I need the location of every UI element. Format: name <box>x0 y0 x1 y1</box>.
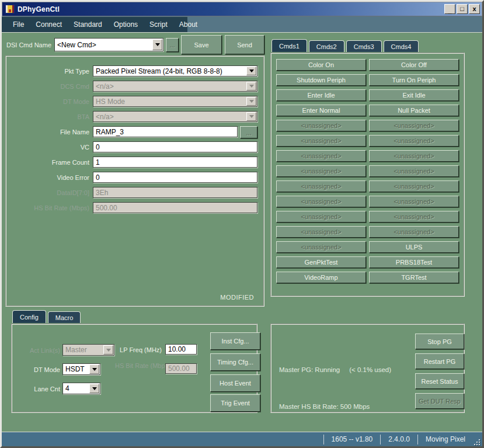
dsi-command-form: Pkt Type Packed Pixel Stream (24-bit, RG… <box>5 55 264 307</box>
cmd-button-unassigned[interactable]: <unassigned> <box>369 180 459 192</box>
video-error-label: Video Error <box>6 174 89 181</box>
tab-config[interactable]: Config <box>12 310 46 323</box>
file-name-label: File Name <box>6 129 89 136</box>
frame-count-input[interactable]: 1 <box>93 157 257 168</box>
cmd-button-unassigned[interactable]: <unassigned> <box>276 120 366 131</box>
cmd-button[interactable]: Null Packet <box>369 105 459 116</box>
file-name-input[interactable]: RAMP_3 <box>93 126 238 137</box>
resize-grip[interactable] <box>473 438 481 446</box>
dsi-cmd-name-combo[interactable]: <New Cmd> <box>54 38 163 51</box>
menu-options[interactable]: Options <box>108 18 144 32</box>
menu-script[interactable]: Script <box>144 18 173 32</box>
menu-strip: File Connect Standard Options Script Abo… <box>2 17 187 32</box>
titlebar: DPhyGenCtl _ □ x <box>2 2 482 16</box>
tab-cmds2[interactable]: Cmds2 <box>309 40 344 52</box>
dropdown-arrow-icon <box>246 82 256 91</box>
cfg-hs-bit-rate-input: 500.00 <box>165 363 197 374</box>
dropdown-arrow-icon[interactable] <box>89 384 99 393</box>
dropdown-arrow-icon <box>246 97 256 106</box>
timing-cfg-button[interactable]: Timing Cfg... <box>210 353 260 371</box>
cmd-button-unassigned[interactable]: <unassigned> <box>276 196 366 207</box>
statusbar: 1605 -- v1.80 2.4.0.0 Moving Pixel <box>2 432 482 446</box>
cmd-button-unassigned[interactable]: <unassigned> <box>276 165 366 177</box>
statusbar-vendor: Moving Pixel <box>418 435 473 443</box>
save-button[interactable]: Save <box>181 35 222 54</box>
bta-combo: <n/a> <box>93 111 257 122</box>
cmd-button[interactable]: Color Off <box>369 59 459 71</box>
inst-cfg-button[interactable]: Inst Cfg... <box>210 332 260 350</box>
dropdown-arrow-icon[interactable] <box>152 39 162 50</box>
cmd-button[interactable]: Enter Idle <box>276 89 366 101</box>
act-links-label: Act Link(s) <box>12 347 60 354</box>
pkt-type-combo[interactable]: Packed Pixel Stream (24-bit, RGB 8-8-8) <box>93 65 257 77</box>
cmd-button-unassigned[interactable]: <unassigned> <box>369 120 459 131</box>
menu-file[interactable]: File <box>7 18 30 32</box>
reset-status-button[interactable]: Reset Status <box>415 373 464 389</box>
pkt-type-label: Pkt Type <box>6 68 89 75</box>
vc-input[interactable]: 0 <box>93 141 257 152</box>
frame-count-label: Frame Count <box>6 159 89 166</box>
dropdown-arrow-icon[interactable] <box>89 364 99 374</box>
cmd-button-unassigned[interactable]: <unassigned> <box>369 135 459 147</box>
send-button[interactable]: Send <box>225 35 264 54</box>
cmd-button[interactable]: GenPktTest <box>276 256 366 268</box>
cmd-button-unassigned[interactable]: <unassigned> <box>276 150 366 162</box>
cmds-page: Color On Color Off Shutdown Periph Turn … <box>270 53 465 297</box>
vc-label: VC <box>6 144 89 151</box>
cmd-button-unassigned[interactable]: <unassigned> <box>369 196 459 207</box>
close-button[interactable]: x <box>469 4 480 14</box>
lp-freq-input[interactable]: 10.00 <box>165 344 197 355</box>
file-browse-button: ... <box>240 126 257 138</box>
dropdown-arrow-icon[interactable] <box>246 67 256 75</box>
menu-about[interactable]: About <box>173 18 203 32</box>
cmd-button-unassigned[interactable]: <unassigned> <box>369 226 459 238</box>
cmd-button[interactable]: ULPS <box>369 241 459 253</box>
dcs-cmd-label: DCS Cmd <box>6 83 89 90</box>
dsi-cmd-name-label: DSI Cmd Name <box>6 41 51 48</box>
lane-cnt-label: Lane Cnt <box>12 386 60 393</box>
config-page: Act Link(s) Master DT Mode HSDT Lane Cnt… <box>11 324 257 413</box>
maximize-button[interactable]: □ <box>457 4 468 14</box>
cmds-button-grid: Color On Color Off Shutdown Periph Turn … <box>271 54 464 296</box>
video-error-input[interactable]: 0 <box>93 172 257 183</box>
cmd-button[interactable]: Turn On Periph <box>369 74 459 86</box>
stop-pg-button[interactable]: Stop PG <box>415 334 464 349</box>
cmds-tabrow: Cmds1 Cmds2 Cmds3 Cmds4 <box>271 40 419 52</box>
cmd-button[interactable]: Shutdown Periph <box>276 74 366 86</box>
menu-connect[interactable]: Connect <box>30 18 68 32</box>
statusbar-version: 1605 -- v1.80 <box>324 435 381 443</box>
modified-status: MODIFIED <box>220 294 254 301</box>
lane-cnt-combo[interactable]: 4 <box>62 383 100 394</box>
cmd-button-unassigned[interactable]: <unassigned> <box>276 226 366 238</box>
dataid-input: 3Eh <box>93 187 257 198</box>
cmd-button-unassigned[interactable]: <unassigned> <box>276 211 366 223</box>
trig-event-button[interactable]: Trig Event <box>210 394 260 412</box>
tab-cmds4[interactable]: Cmds4 <box>384 40 419 52</box>
cmd-button[interactable]: Enter Normal <box>276 105 366 116</box>
hs-bit-rate-label: HS Bit Rate (Mbps) <box>6 204 89 211</box>
cfg-dt-mode-combo[interactable]: HSDT <box>62 363 100 375</box>
menu-standard[interactable]: Standard <box>68 18 108 32</box>
cmd-button-unassigned[interactable]: <unassigned> <box>369 211 459 223</box>
cmd-button[interactable]: PRBS18Test <box>369 256 459 268</box>
minimize-button[interactable]: _ <box>444 4 455 14</box>
cmd-button[interactable]: Exit Idle <box>369 89 459 101</box>
tab-cmds3[interactable]: Cmds3 <box>346 40 382 52</box>
cmd-button[interactable]: VideoRamp <box>276 272 366 283</box>
cmd-button[interactable]: TGRTest <box>369 272 459 283</box>
cmd-button-unassigned[interactable]: <unassigned> <box>369 150 459 162</box>
tab-macro[interactable]: Macro <box>48 311 81 323</box>
dt-mode-label: DT Mode <box>6 98 89 105</box>
host-event-button[interactable]: Host Event <box>210 374 260 392</box>
pg-status-line: Master PG: Running (< 0.1% used) <box>279 364 391 376</box>
cmd-button-unassigned[interactable]: <unassigned> <box>276 135 366 147</box>
dsi-browse-button: ... <box>166 38 179 52</box>
cmd-button-unassigned[interactable]: <unassigned> <box>369 165 459 177</box>
cmd-button-unassigned[interactable]: <unassigned> <box>276 241 366 253</box>
tab-cmds1[interactable]: Cmds1 <box>271 39 307 52</box>
restart-pg-button[interactable]: Restart PG <box>415 353 464 369</box>
cmd-button[interactable]: Color On <box>276 59 366 71</box>
dcs-cmd-combo: <n/a> <box>93 81 257 92</box>
cmd-button-unassigned[interactable]: <unassigned> <box>276 180 366 192</box>
pg-status-line: Master HS Bit Rate: 500 Mbps <box>279 401 391 413</box>
